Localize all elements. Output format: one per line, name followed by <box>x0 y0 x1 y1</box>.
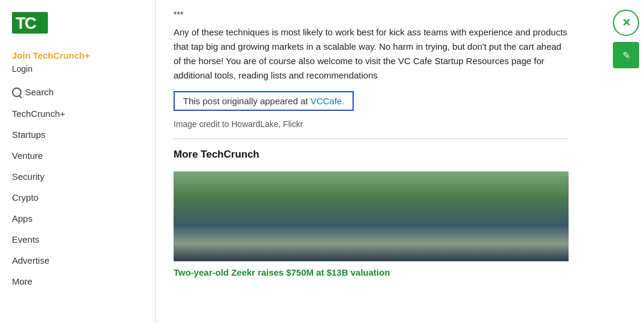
article-card: Two-year-old Zeekr raises $750M at $13B … <box>174 171 569 277</box>
main-content: *** Any of these techniques is most like… <box>156 0 608 323</box>
svg-text:TC: TC <box>16 14 37 32</box>
article-card-title[interactable]: Two-year-old Zeekr raises $750M at $13B … <box>174 267 569 277</box>
nav-list: TechCrunch+StartupsVentureSecurityCrypto… <box>0 103 155 292</box>
vccafe-link[interactable]: VCCafe. <box>311 96 345 106</box>
search-row[interactable]: Search <box>0 81 155 103</box>
more-tc-heading: More TechCrunch <box>174 149 590 161</box>
login-link[interactable]: Login <box>0 63 155 81</box>
sidebar-item-more[interactable]: More <box>0 271 155 292</box>
originally-appeared-box: This post originally appeared at VCCafe. <box>174 91 354 111</box>
ellipsis-line: *** <box>174 10 590 19</box>
section-divider <box>174 138 569 139</box>
article-paragraph: Any of these techniques is most likely t… <box>174 25 569 83</box>
image-credit: Image credit to HowardLake, Flickr <box>174 119 590 129</box>
article-image <box>174 171 569 261</box>
join-techcrunch-link[interactable]: Join TechCrunch+ <box>0 46 155 63</box>
logo-area: TC <box>0 12 155 46</box>
building-decoration <box>174 171 569 261</box>
sidebar-item-advertise[interactable]: Advertise <box>0 250 155 271</box>
originally-appeared-prefix: This post originally appeared at <box>183 96 311 106</box>
close-icon: ✕ <box>622 16 631 29</box>
sidebar: TC Join TechCrunch+ Login Search TechCru… <box>0 0 156 323</box>
search-label: Search <box>25 87 54 97</box>
sidebar-item-venture[interactable]: Venture <box>0 145 155 166</box>
sidebar-item-startups[interactable]: Startups <box>0 124 155 145</box>
sidebar-item-events[interactable]: Events <box>0 229 155 250</box>
sidebar-item-security[interactable]: Security <box>0 166 155 187</box>
sidebar-item-crypto[interactable]: Crypto <box>0 187 155 208</box>
edit-button[interactable]: ✎ <box>613 42 639 68</box>
sidebar-item-techcrunch-plus[interactable]: TechCrunch+ <box>0 103 155 124</box>
sidebar-item-apps[interactable]: Apps <box>0 208 155 229</box>
paragraph-text: Any of these techniques is most likely t… <box>174 27 567 80</box>
search-icon <box>12 87 22 97</box>
close-button[interactable]: ✕ <box>613 10 639 36</box>
edit-icon: ✎ <box>622 50 630 61</box>
tc-logo: TC <box>12 12 48 34</box>
right-panel: ✕ ✎ <box>608 0 644 323</box>
